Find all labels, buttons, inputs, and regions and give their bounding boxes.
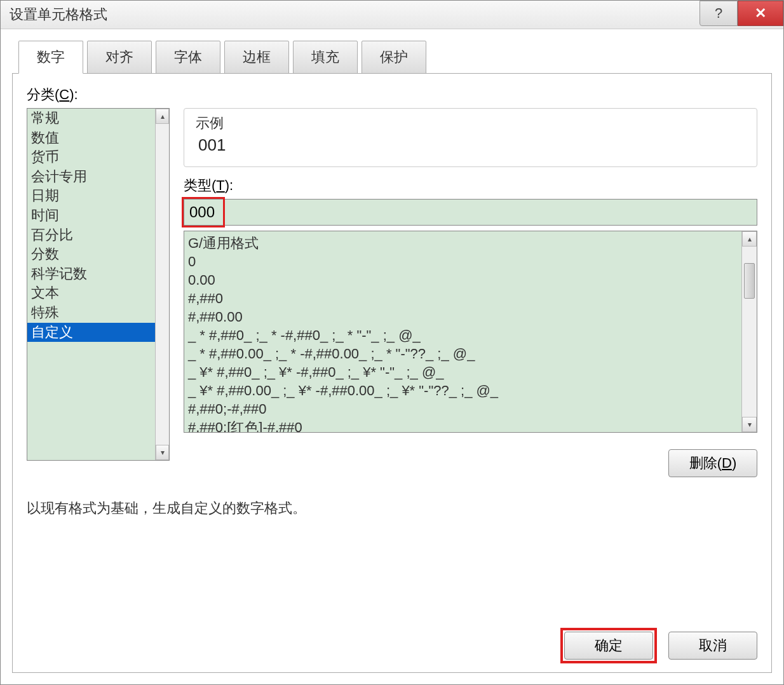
tab-4[interactable]: 填充 <box>293 41 358 74</box>
tab-strip: 数字对齐字体边框填充保护 <box>12 41 772 74</box>
tab-panel-number: 分类(C): 常规数值货币会计专用日期时间百分比分数科学记数文本特殊自定义 ▴ … <box>12 73 772 673</box>
category-item[interactable]: 常规 <box>27 109 155 128</box>
sample-box: 示例 001 <box>184 108 757 167</box>
delete-button[interactable]: 删除(D) <box>668 449 757 477</box>
format-item[interactable]: _ ¥* #,##0_ ;_ ¥* -#,##0_ ;_ ¥* "-"_ ;_ … <box>188 363 738 381</box>
category-item[interactable]: 特殊 <box>27 303 155 323</box>
category-item[interactable]: 日期 <box>27 186 155 206</box>
format-item[interactable]: #,##0;-#,##0 <box>188 400 738 418</box>
format-item[interactable]: _ * #,##0.00_ ;_ * -#,##0.00_ ;_ * "-"??… <box>188 344 738 363</box>
cancel-button[interactable]: 取消 <box>668 632 757 660</box>
close-button[interactable]: ✕ <box>738 1 783 26</box>
scroll-thumb[interactable] <box>744 263 755 299</box>
ok-wrap: 确定 <box>564 632 653 660</box>
titlebar-buttons: ? ✕ <box>700 1 783 26</box>
hint-text: 以现有格式为基础，生成自定义的数字格式。 <box>27 499 757 518</box>
ok-button[interactable]: 确定 <box>564 632 653 660</box>
category-item[interactable]: 会计专用 <box>27 167 155 187</box>
format-item[interactable]: #,##0;[红色]-#,##0 <box>188 418 738 432</box>
titlebar: 设置单元格格式 ? ✕ <box>1 1 783 29</box>
footer-buttons: 确定 取消 <box>564 632 757 660</box>
format-item[interactable]: _ * #,##0_ ;_ * -#,##0_ ;_ * "-"_ ;_ @_ <box>188 326 738 344</box>
tab-0[interactable]: 数字 <box>18 41 83 74</box>
category-item[interactable]: 分数 <box>27 245 155 264</box>
format-list-inner: G/通用格式00.00#,##0#,##0.00_ * #,##0_ ;_ * … <box>184 231 741 432</box>
tab-1[interactable]: 对齐 <box>87 41 152 74</box>
format-scrollbar[interactable]: ▴ ▾ <box>741 231 757 432</box>
type-input-wrap <box>184 199 757 226</box>
scroll-down-icon[interactable]: ▾ <box>742 417 757 432</box>
category-item[interactable]: 货币 <box>27 147 155 167</box>
category-label-key: C <box>59 86 69 102</box>
format-item[interactable]: G/通用格式 <box>188 234 738 252</box>
delete-row: 删除(D) <box>184 449 757 477</box>
type-label-prefix: 类型( <box>184 177 216 193</box>
sample-value: 001 <box>196 135 745 155</box>
category-item[interactable]: 科学记数 <box>27 264 155 284</box>
format-item[interactable]: 0.00 <box>188 271 738 289</box>
type-label: 类型(T): <box>184 176 757 195</box>
format-cells-dialog: 设置单元格格式 ? ✕ 数字对齐字体边框填充保护 分类(C): 常规数值货币会计… <box>0 0 784 685</box>
format-item[interactable]: #,##0 <box>188 289 738 308</box>
category-item[interactable]: 文本 <box>27 283 155 303</box>
titlebar-title: 设置单元格格式 <box>10 5 107 24</box>
sample-label: 示例 <box>196 114 745 133</box>
type-input[interactable] <box>184 199 757 226</box>
format-item[interactable]: 0 <box>188 252 738 271</box>
category-listbox[interactable]: 常规数值货币会计专用日期时间百分比分数科学记数文本特殊自定义 ▴ ▾ <box>27 108 170 461</box>
category-item[interactable]: 时间 <box>27 206 155 226</box>
category-item[interactable]: 数值 <box>27 128 155 148</box>
category-label: 分类(C): <box>27 85 757 104</box>
tab-3[interactable]: 边框 <box>224 41 289 74</box>
tab-2[interactable]: 字体 <box>156 41 220 74</box>
category-label-suffix: ): <box>69 86 78 102</box>
dialog-body: 数字对齐字体边框填充保护 分类(C): 常规数值货币会计专用日期时间百分比分数科… <box>1 29 783 684</box>
scroll-down-icon[interactable]: ▾ <box>156 445 169 460</box>
format-listbox[interactable]: G/通用格式00.00#,##0#,##0.00_ * #,##0_ ;_ * … <box>184 231 757 433</box>
category-scrollbar[interactable]: ▴ ▾ <box>155 109 169 460</box>
format-item[interactable]: _ ¥* #,##0.00_ ;_ ¥* -#,##0.00_ ;_ ¥* "-… <box>188 381 738 400</box>
help-button[interactable]: ? <box>700 1 738 26</box>
category-item[interactable]: 百分比 <box>27 226 155 245</box>
category-list-inner: 常规数值货币会计专用日期时间百分比分数科学记数文本特殊自定义 <box>27 109 155 460</box>
format-item[interactable]: #,##0.00 <box>188 308 738 326</box>
type-label-key: T <box>216 177 224 193</box>
tab-5[interactable]: 保护 <box>362 41 426 74</box>
scroll-up-icon[interactable]: ▴ <box>742 231 757 247</box>
category-item[interactable]: 自定义 <box>27 323 155 342</box>
type-label-suffix: ): <box>225 177 233 193</box>
right-column: 示例 001 类型(T): G/通用格式00.00#,##0#,##0.00_ … <box>184 108 757 477</box>
scroll-up-icon[interactable]: ▴ <box>156 109 169 124</box>
content-row: 常规数值货币会计专用日期时间百分比分数科学记数文本特殊自定义 ▴ ▾ 示例 00… <box>27 108 757 477</box>
category-label-prefix: 分类( <box>27 86 59 102</box>
